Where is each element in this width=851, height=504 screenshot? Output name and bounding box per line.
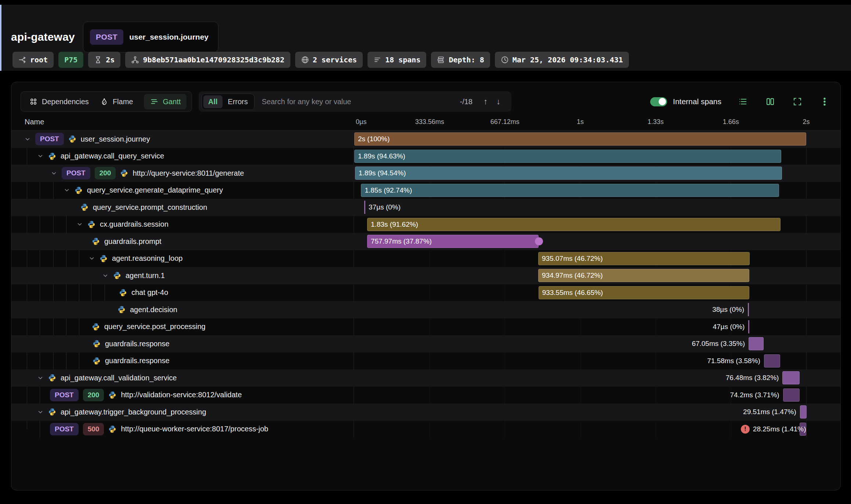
- meta-chip-2-services[interactable]: 2 services: [295, 52, 363, 68]
- toolbar-right-cluster: Internal spans: [650, 91, 830, 112]
- method-badge: POST: [62, 167, 90, 179]
- chip-label: 2 services: [313, 55, 357, 64]
- meta-chip-18-spans[interactable]: 18 spans: [367, 52, 426, 68]
- span-row[interactable]: POST200http://validation-service:8012/va…: [11, 387, 840, 404]
- duration-label: 37µs (0%): [369, 199, 401, 216]
- span-row[interactable]: query_service.generate_dataprime_query1.…: [11, 182, 840, 199]
- span-bar[interactable]: 1.89s (94.54%): [355, 167, 782, 180]
- span-bar[interactable]: 1.89s (94.63%): [354, 150, 781, 163]
- gantt-cell: 757.97ms (37.87%): [354, 233, 841, 250]
- chevron-down-icon[interactable]: [51, 170, 57, 177]
- span-row[interactable]: agent.reasoning_loop935.07ms (46.72%): [11, 250, 840, 267]
- duration-text: 74.2ms (3.71%): [730, 391, 779, 399]
- span-bar[interactable]: 1.83s (91.62%): [367, 218, 781, 231]
- span-row[interactable]: agent.decision38µs (0%): [11, 301, 840, 318]
- chevron-down-icon[interactable]: [24, 136, 31, 143]
- gantt-cell: !28.25ms (1.41%): [354, 421, 841, 438]
- span-row[interactable]: POSTuser_session.journey2s (100%): [11, 131, 840, 148]
- list-icon[interactable]: [738, 97, 749, 106]
- meta-chip-mar-25-2026-09-34-03-431[interactable]: Mar 25, 2026 09:34:03.431: [495, 52, 629, 68]
- next-match-button[interactable]: ↓: [492, 97, 505, 106]
- span-name: http://validation-service:8012/validate: [121, 391, 242, 399]
- duration-label: 74.2ms (3.71%): [730, 387, 779, 404]
- tab-gantt[interactable]: Gantt: [144, 94, 187, 109]
- duration-label: 933.55ms (46.65%): [539, 289, 603, 297]
- span-row[interactable]: guardrails.prompt757.97ms (37.87%): [11, 233, 840, 250]
- gantt-cell: 74.2ms (3.71%): [354, 387, 841, 404]
- chevron-down-icon[interactable]: [37, 153, 44, 160]
- meta-chip-p75[interactable]: P75: [58, 52, 83, 68]
- meta-chip-2s[interactable]: 2s: [88, 52, 120, 68]
- kebab-icon[interactable]: [819, 97, 830, 106]
- python-icon: [119, 289, 127, 297]
- chevron-down-icon[interactable]: [37, 375, 44, 381]
- tab-label: Gantt: [163, 98, 181, 106]
- span-bar[interactable]: 933.55ms (46.65%): [539, 286, 750, 299]
- span-row[interactable]: api_gateway.trigger_background_processin…: [11, 403, 840, 421]
- span-row[interactable]: api_gateway.call_query_service1.89s (94.…: [11, 148, 840, 165]
- chip-label: 9b8eb571aa0b1e1470928325d3c9b282: [143, 55, 284, 64]
- span-bar[interactable]: [749, 337, 764, 350]
- chevron-down-icon[interactable]: [102, 272, 109, 279]
- span-search-bar: All Errors -/18 ↑ ↓: [199, 91, 511, 112]
- span-bar[interactable]: 2s (100%): [354, 132, 806, 146]
- tab-flame[interactable]: Flame: [100, 97, 133, 106]
- gantt-cell: 1.89s (94.54%): [354, 165, 841, 182]
- span-marker[interactable]: [748, 320, 749, 333]
- gantt-cell: 71.58ms (3.58%): [354, 353, 841, 370]
- span-row[interactable]: POST500http://queue-worker-service:8017/…: [11, 421, 840, 438]
- status-badge: 500: [83, 423, 104, 435]
- span-bar[interactable]: [764, 354, 780, 368]
- duration-label: 71.58ms (3.58%): [707, 353, 760, 370]
- prev-match-button[interactable]: ↑: [479, 97, 492, 106]
- filter-all[interactable]: All: [203, 95, 222, 108]
- span-bar[interactable]: 934.97ms (46.72%): [538, 269, 749, 282]
- resize-handle[interactable]: [535, 237, 543, 245]
- chevron-down-icon[interactable]: [76, 221, 83, 228]
- span-marker[interactable]: [748, 303, 749, 316]
- span-row[interactable]: agent.turn.1934.97ms (46.72%): [11, 267, 840, 284]
- span-row[interactable]: POST200http://query-service:8011/generat…: [11, 165, 840, 182]
- python-icon: [117, 306, 126, 314]
- tab-dependencies[interactable]: Dependencies: [29, 97, 89, 106]
- span-row[interactable]: cx.guardrails.session1.83s (91.62%): [11, 216, 840, 233]
- span-row[interactable]: guardrails.response71.58ms (3.58%): [11, 353, 840, 370]
- meta-chip-9b8eb571aa0b1e1470928325[interactable]: 9b8eb571aa0b1e1470928325d3c9b282: [125, 52, 290, 68]
- span-name-cell: POSTuser_session.journey: [11, 131, 354, 148]
- table-header: Name 0µs333.56ms667.12ms1s1.33s1.66s2s: [11, 114, 840, 131]
- method-badge: POST: [50, 423, 79, 435]
- meta-chip-depth-8[interactable]: Depth: 8: [431, 52, 490, 68]
- chevron-down-icon[interactable]: [37, 409, 44, 416]
- root-span-name: user_session.journey: [129, 33, 209, 41]
- filter-errors[interactable]: Errors: [223, 95, 253, 108]
- internal-spans-toggle[interactable]: [650, 97, 667, 106]
- span-row[interactable]: guardrails.response67.05ms (3.35%): [11, 335, 840, 353]
- span-row[interactable]: api_gateway.call_validation_service76.48…: [11, 369, 840, 387]
- chevron-down-icon[interactable]: [88, 255, 95, 262]
- span-rows: POSTuser_session.journey2s (100%)api_gat…: [11, 131, 840, 438]
- span-row[interactable]: query_service.post_processing47µs (0%): [11, 318, 840, 336]
- span-bar[interactable]: 935.07ms (46.72%): [538, 252, 750, 265]
- span-name: chat gpt-4o: [131, 288, 168, 297]
- span-bar[interactable]: 757.97ms (37.87%): [367, 235, 539, 248]
- flame-icon: [100, 97, 109, 106]
- python-icon: [108, 425, 116, 433]
- span-bar[interactable]: [782, 371, 800, 384]
- axis-tick: 1.33s: [648, 118, 664, 126]
- name-column-header: Name: [25, 118, 44, 126]
- span-bar[interactable]: [800, 405, 807, 419]
- chevron-down-icon[interactable]: [64, 187, 70, 194]
- fullscreen-icon[interactable]: [792, 97, 803, 106]
- columns-icon[interactable]: [765, 97, 776, 106]
- span-name: query_service.post_processing: [104, 322, 206, 331]
- span-bar[interactable]: 1.85s (92.74%): [361, 184, 779, 197]
- span-row[interactable]: chat gpt-4o933.55ms (46.65%): [11, 284, 840, 302]
- span-bar[interactable]: [783, 388, 800, 402]
- gantt-panel: DependenciesFlameGantt All Errors -/18 ↑…: [11, 82, 841, 490]
- view-tabs: DependenciesFlameGantt: [21, 91, 192, 112]
- search-input[interactable]: [262, 98, 460, 106]
- meta-chip-root[interactable]: root: [12, 52, 54, 68]
- span-row[interactable]: query_service.prompt_construction37µs (0…: [11, 199, 840, 216]
- span-marker[interactable]: [364, 201, 365, 214]
- root-span-box[interactable]: POST user_session.journey: [83, 22, 218, 52]
